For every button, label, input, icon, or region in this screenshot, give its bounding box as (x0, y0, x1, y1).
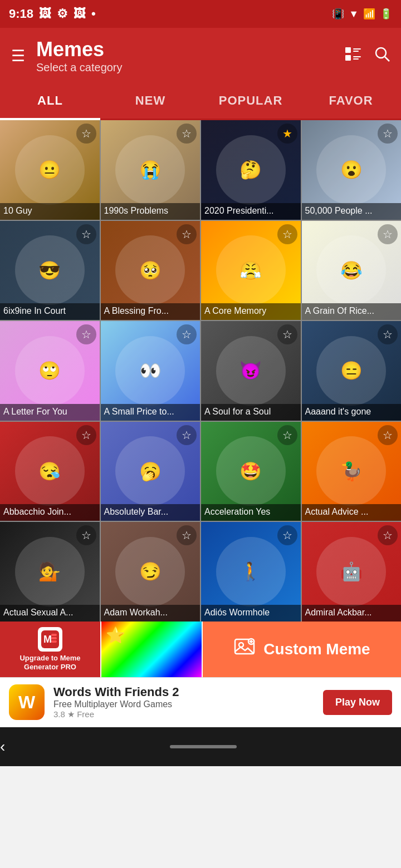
favorite-button[interactable]: ☆ (76, 324, 96, 344)
meme-item[interactable]: 🥱☆Absolutely Bar... (101, 422, 200, 521)
meme-item[interactable]: 🤖☆Admiral Ackbar... (302, 522, 402, 622)
ad-info: Words With Friends 2 Free Multiplayer Wo… (53, 685, 314, 719)
status-right: 📳 ▼ 📶 🔋 (332, 8, 392, 20)
header: ☰ Memes Select a category (0, 28, 401, 83)
meme-label: A Small Price to... (101, 404, 200, 421)
meme-label: Aaaand it's gone (302, 404, 402, 421)
meme-label: Adam Workah... (101, 605, 200, 622)
upgrade-button[interactable]: M Upgrade to Meme Generator PRO (0, 622, 100, 677)
tab-popular[interactable]: POPULAR (200, 83, 301, 119)
svg-rect-1 (353, 48, 361, 50)
favorite-button[interactable]: ★ (277, 124, 297, 144)
svg-rect-0 (345, 47, 351, 53)
meme-item[interactable]: 🙄☆A Letter For You (0, 321, 100, 421)
header-icons (345, 46, 390, 66)
meme-label: Abbacchio Join... (0, 504, 100, 521)
meme-face-emoji: 🤩 (216, 436, 286, 506)
nav-bar: ‹ (0, 727, 401, 766)
settings-icon: ⚙ (57, 7, 68, 21)
meme-face-emoji: 😈 (216, 336, 286, 406)
header-title-area: Memes Select a category (36, 38, 334, 74)
svg-text:M: M (43, 634, 52, 645)
status-bar: 9:18 🖼 ⚙ 🖼 • 📳 ▼ 📶 🔋 (0, 0, 401, 28)
meme-item[interactable]: 😑☆Aaaand it's gone (302, 321, 402, 421)
favorite-button[interactable]: ☆ (378, 124, 398, 144)
meme-item[interactable]: 💁☆Actual Sexual A... (0, 522, 100, 622)
favorite-button[interactable]: ☆ (378, 324, 398, 344)
custom-meme-label: Custom Meme (263, 640, 370, 658)
tab-favorites[interactable]: FAVOR (301, 83, 401, 119)
status-left: 9:18 🖼 ⚙ 🖼 • (9, 7, 96, 21)
favorite-button[interactable]: ☆ (177, 425, 197, 445)
meme-item[interactable]: 😐☆10 Guy (0, 120, 100, 220)
meme-item[interactable]: 😈☆A Soul for a Soul (201, 321, 301, 421)
meme-item[interactable]: 😤☆A Core Memory (201, 221, 301, 320)
meme-label: A Blessing Fro... (101, 303, 200, 320)
favorite-button[interactable]: ☆ (378, 525, 398, 545)
meme-item[interactable]: 🥺☆A Blessing Fro... (101, 221, 200, 320)
tab-all[interactable]: ALL (0, 83, 100, 120)
rainbow-star: ⭐ (106, 626, 125, 644)
meme-item[interactable]: 😮☆50,000 People ... (302, 120, 402, 220)
favorite-button[interactable]: ☆ (277, 324, 297, 344)
meme-face-emoji: 😎 (15, 235, 85, 305)
favorite-button[interactable]: ☆ (177, 324, 197, 344)
meme-face-emoji: 🥺 (115, 235, 185, 305)
back-button[interactable]: ‹ (0, 738, 5, 756)
tabs-bar: ALL NEW POPULAR FAVOR (0, 83, 401, 120)
favorite-button[interactable]: ☆ (76, 124, 96, 144)
favorite-button[interactable]: ☆ (177, 124, 197, 144)
svg-line-7 (385, 57, 389, 61)
favorite-button[interactable]: ☆ (177, 224, 197, 244)
favorite-button[interactable]: ☆ (76, 425, 96, 445)
ad-title: Words With Friends 2 (53, 685, 314, 699)
meme-label: A Letter For You (0, 404, 100, 421)
svg-rect-12 (51, 640, 57, 643)
ad-play-button[interactable]: Play Now (323, 690, 392, 715)
photo-icon-1: 🖼 (39, 7, 51, 21)
bottom-bar: M Upgrade to Meme Generator PRO ⭐ Custom… (0, 622, 401, 677)
meme-face-emoji: 😭 (115, 135, 185, 205)
meme-item[interactable]: 😂☆A Grain Of Rice... (302, 221, 402, 320)
list-view-button[interactable] (345, 46, 361, 66)
svg-rect-2 (353, 51, 359, 52)
meme-item[interactable]: 🚶☆Adiós Wormhole (201, 522, 301, 622)
wifi-icon: ▼ (349, 8, 359, 20)
meme-face-emoji: 🦆 (316, 436, 386, 506)
favorite-button[interactable]: ☆ (277, 224, 297, 244)
meme-item[interactable]: 😏☆Adam Workah... (101, 522, 200, 622)
menu-button[interactable]: ☰ (11, 47, 25, 65)
meme-item[interactable]: 🤩☆Acceleration Yes (201, 422, 301, 521)
meme-item[interactable]: 😎☆6ix9ine In Court (0, 221, 100, 320)
meme-item[interactable]: 👀☆A Small Price to... (101, 321, 200, 421)
battery-icon: 🔋 (380, 8, 392, 20)
meme-item[interactable]: 😭☆1990s Problems (101, 120, 200, 220)
custom-meme-button[interactable]: Custom Meme (203, 622, 401, 677)
favorite-button[interactable]: ☆ (277, 525, 297, 545)
meme-item[interactable]: 🤔★2020 Presidenti... (201, 120, 301, 220)
favorite-button[interactable]: ☆ (378, 425, 398, 445)
ad-subtitle: Free Multiplayer Word Games (53, 699, 314, 709)
custom-meme-icon (233, 636, 256, 663)
meme-label: 1990s Problems (101, 203, 200, 220)
meme-face-emoji: 🤔 (216, 135, 286, 205)
meme-face-emoji: 😪 (15, 436, 85, 506)
favorite-button[interactable]: ☆ (76, 224, 96, 244)
favorite-button[interactable]: ☆ (177, 525, 197, 545)
meme-face-emoji: 🚶 (216, 537, 286, 606)
meme-label: Admiral Ackbar... (302, 605, 402, 622)
ad-rating: 3.8 ★ Free (53, 709, 314, 719)
meme-label: 6ix9ine In Court (0, 303, 100, 320)
search-button[interactable] (374, 46, 390, 66)
ad-app-icon: W (9, 684, 45, 720)
ad-banner: W Words With Friends 2 Free Multiplayer … (0, 677, 401, 727)
meme-label: Acceleration Yes (201, 504, 301, 521)
tab-new[interactable]: NEW (100, 83, 200, 119)
favorite-button[interactable]: ☆ (277, 425, 297, 445)
svg-rect-10 (51, 634, 57, 636)
favorite-button[interactable]: ☆ (378, 224, 398, 244)
meme-item[interactable]: 🦆☆Actual Advice ... (302, 422, 402, 521)
favorite-button[interactable]: ☆ (76, 525, 96, 545)
meme-label: A Core Memory (201, 303, 301, 320)
meme-item[interactable]: 😪☆Abbacchio Join... (0, 422, 100, 521)
